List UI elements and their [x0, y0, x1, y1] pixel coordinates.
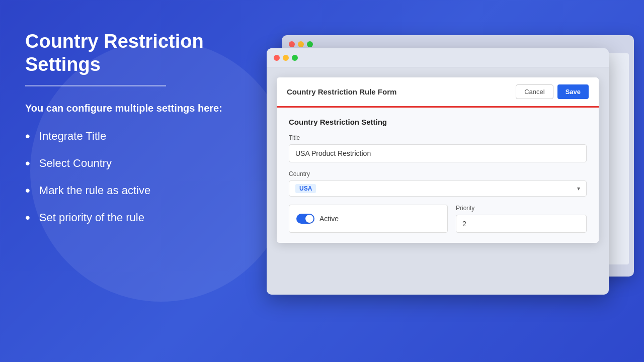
- cancel-button[interactable]: Cancel: [516, 84, 553, 99]
- priority-label: Priority: [456, 205, 587, 212]
- active-field-box: Active: [289, 205, 448, 233]
- window-fg-dot-green: [292, 55, 298, 61]
- priority-field-box: Priority: [456, 205, 587, 233]
- country-tag: USA: [295, 184, 316, 193]
- priority-input[interactable]: [456, 215, 587, 233]
- divider: [25, 85, 166, 86]
- modal-overlay: Country Restriction Rule Form Cancel Sav…: [267, 67, 609, 295]
- bullet-list: Integrate Title Select Country Mark the …: [25, 128, 231, 226]
- list-item: Mark the rule as active: [25, 183, 231, 199]
- modal-title: Country Restriction Rule Form: [287, 87, 396, 96]
- browser-fg-titlebar: [267, 48, 609, 67]
- right-panel: Country Restriction Rule Form Cancel Sav…: [267, 35, 634, 317]
- toggle-knob: [305, 215, 313, 223]
- subtitle: You can configure multiple settings here…: [25, 103, 231, 114]
- country-select-wrapper[interactable]: USA ▾: [289, 180, 587, 197]
- chevron-down-icon: ▾: [577, 185, 580, 192]
- left-panel: Country Restriction Settings You can con…: [0, 0, 257, 362]
- active-toggle[interactable]: [296, 214, 314, 224]
- save-button[interactable]: Save: [557, 84, 589, 99]
- main-title: Country Restriction Settings: [25, 30, 231, 76]
- list-item: Integrate Title: [25, 128, 231, 144]
- country-label: Country: [289, 170, 587, 177]
- modal-header: Country Restriction Rule Form Cancel Sav…: [277, 77, 599, 108]
- list-item: Set priority of the rule: [25, 210, 231, 226]
- window-fg-dot-red: [274, 55, 280, 61]
- window-dot-red: [289, 41, 295, 47]
- browser-foreground-window: Country Restriction Rule Form Cancel Sav…: [267, 48, 609, 295]
- country-field-group: Country USA ▾: [289, 170, 587, 197]
- window-dot-green: [307, 41, 313, 47]
- title-label: Title: [289, 134, 587, 141]
- list-item: Select Country: [25, 155, 231, 171]
- window-dot-yellow: [298, 41, 304, 47]
- bottom-row: Active Priority: [289, 205, 587, 233]
- title-input[interactable]: [289, 144, 587, 162]
- window-fg-dot-yellow: [283, 55, 289, 61]
- title-field-group: Title: [289, 134, 587, 162]
- modal-header-buttons: Cancel Save: [516, 84, 589, 99]
- section-title: Country Restriction Setting: [289, 118, 587, 126]
- active-label: Active: [319, 215, 339, 223]
- modal-dialog: Country Restriction Rule Form Cancel Sav…: [277, 77, 599, 243]
- modal-body: Country Restriction Setting Title Countr…: [277, 108, 599, 243]
